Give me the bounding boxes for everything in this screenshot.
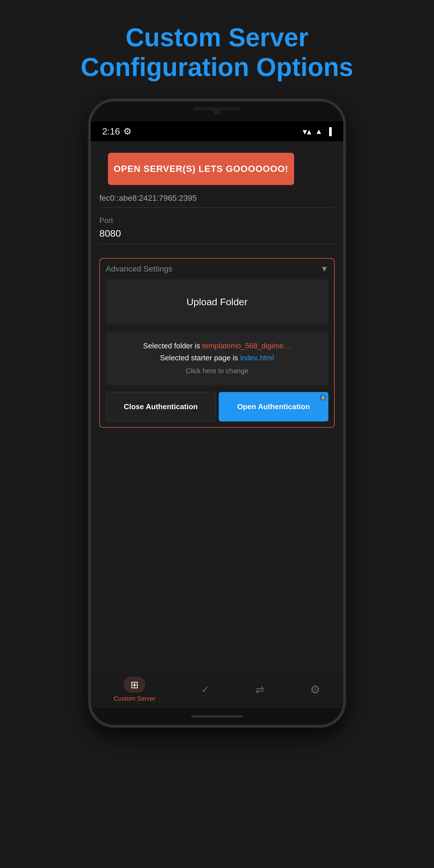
wifi-icon: ▾▴ bbox=[303, 126, 311, 136]
selected-folder-value: templatemo_568_digime… bbox=[202, 341, 291, 350]
upload-folder-button[interactable]: Upload Folder bbox=[106, 279, 328, 324]
port-label: Port bbox=[99, 216, 335, 225]
open-authentication-button[interactable]: 🔒 Open Authentication bbox=[219, 392, 328, 422]
phone-screen: OPEN SERVER(S) LETS GOOOOOOO! fec0::abe8… bbox=[91, 141, 343, 708]
chevron-down-icon: ▼ bbox=[320, 265, 328, 274]
status-time: 2:16 ⚙ bbox=[102, 126, 132, 137]
nav-item-settings[interactable]: ⚙ bbox=[310, 683, 320, 696]
auth-buttons-group: Close Authentication 🔒 Open Authenticati… bbox=[106, 392, 328, 422]
home-indicator bbox=[191, 715, 243, 717]
signal-icon: ▲ bbox=[315, 127, 323, 136]
phone-device: 2:16 ⚙ ▾▴ ▲ ▐ OPEN SERVER(S) LETS GOOOOO… bbox=[89, 99, 345, 727]
speaker-bar bbox=[194, 107, 240, 111]
click-to-change[interactable]: Click here to change bbox=[113, 366, 321, 376]
folder-info-box[interactable]: Selected folder is templatemo_568_digime… bbox=[106, 332, 328, 385]
nav-item-verify[interactable]: ✓ bbox=[201, 684, 210, 695]
time-display: 2:16 bbox=[102, 126, 120, 137]
battery-icon: ▐ bbox=[327, 127, 332, 136]
check-icon: ✓ bbox=[201, 684, 210, 695]
page-title: Custom Server Configuration Options bbox=[81, 23, 353, 82]
title-line1: Custom Server bbox=[126, 23, 308, 52]
ip-address-value: fec0::abe8:2421:7965:2395 bbox=[99, 194, 335, 208]
phone-bottom bbox=[91, 708, 343, 725]
advanced-settings-card: Advanced Settings ▼ Upload Folder Select… bbox=[99, 258, 335, 428]
advanced-settings-label: Advanced Settings bbox=[106, 265, 173, 274]
title-line2: Configuration Options bbox=[81, 53, 353, 82]
settings-status-icon: ⚙ bbox=[123, 126, 132, 137]
phone-top-bar bbox=[91, 101, 343, 121]
code-stack-icon: ⇌ bbox=[255, 683, 265, 696]
selected-folder-prefix: Selected folder is bbox=[143, 341, 202, 350]
selected-page-prefix: Selected starter page is bbox=[160, 353, 240, 362]
nav-custom-server-label: Custom Server bbox=[114, 695, 156, 703]
nav-item-code[interactable]: ⇌ bbox=[255, 683, 265, 696]
close-authentication-button[interactable]: Close Authentication bbox=[106, 392, 216, 422]
advanced-settings-header[interactable]: Advanced Settings ▼ bbox=[106, 265, 328, 274]
settings-gear-icon: ⚙ bbox=[310, 683, 320, 696]
port-field: Port 8080 bbox=[91, 208, 343, 244]
side-button bbox=[343, 273, 345, 307]
custom-server-icon: ⊞ bbox=[130, 679, 138, 690]
open-server-button[interactable]: OPEN SERVER(S) LETS GOOOOOOO! bbox=[108, 153, 294, 185]
status-icons: ▾▴ ▲ ▐ bbox=[303, 126, 332, 136]
selected-page-value: index.html bbox=[240, 353, 274, 362]
nav-item-custom-server[interactable]: ⊞ Custom Server bbox=[114, 677, 156, 703]
lock-icon: 🔒 bbox=[320, 394, 326, 401]
status-bar: 2:16 ⚙ ▾▴ ▲ ▐ bbox=[91, 121, 343, 141]
ip-address-field: fec0::abe8:2421:7965:2395 bbox=[91, 185, 343, 208]
port-value: 8080 bbox=[99, 228, 335, 244]
bottom-nav: ⊞ Custom Server ✓ ⇌ ⚙ bbox=[91, 671, 343, 708]
